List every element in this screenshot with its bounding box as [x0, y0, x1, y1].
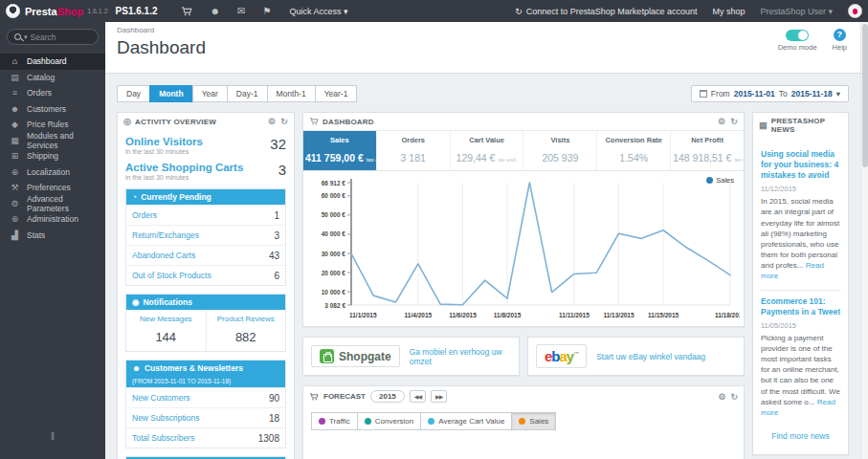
notifications-section: ◉Notifications New Messages144 Product R…	[125, 294, 286, 352]
find-more-news-link[interactable]: Find more news	[761, 426, 840, 450]
sales-dot-icon	[519, 418, 525, 425]
sidebar-item-advanced-parameters[interactable]: ⚙Advanced Parameters	[0, 196, 105, 212]
date-range-picker[interactable]: From 2015-11-01 To 2015-11-18 ▾	[691, 85, 849, 102]
new-customers-row[interactable]: New Customers90	[126, 387, 285, 407]
sidebar-collapse-button[interactable]: ‖	[0, 431, 105, 442]
quick-access-menu[interactable]: Quick Access ▾	[289, 7, 347, 16]
ebay-logo: ebay™	[536, 344, 587, 368]
kpi-orders-tab[interactable]: Orders3 181	[376, 131, 450, 170]
svg-text:11/11/2015: 11/11/2015	[559, 312, 590, 318]
gear-icon[interactable]: ⚙	[718, 392, 725, 402]
active-carts-metric[interactable]: Active Shopping Carts in the last 30 min…	[125, 162, 286, 181]
article-date: 11/12/2015	[761, 185, 840, 193]
pending-icon: ◔	[132, 192, 137, 202]
customers-icon[interactable]: ☻	[210, 6, 220, 16]
article-body: Picking a payment provider is one of the…	[761, 333, 840, 419]
shop-name[interactable]: PS1.6.1.2	[116, 6, 158, 16]
kpi-sales-tab[interactable]: Sales411 759,00 € tax excl.	[303, 131, 376, 170]
range-day-button[interactable]: Day	[117, 85, 150, 102]
shopgate-brand: Shopgate	[339, 350, 391, 363]
news-article: Ecommerce 101: Payments in a Tweet 11/05…	[761, 290, 840, 426]
administration-icon: ⊛	[10, 214, 20, 224]
advanced-parameters-icon: ⚙	[10, 199, 20, 208]
pending-orders-row[interactable]: Orders1	[126, 205, 285, 225]
sidebar-item-orders[interactable]: ≡Orders	[0, 85, 105, 101]
forecast-prev-button[interactable]: ◀◀	[410, 390, 426, 403]
svg-text:40 000 €: 40 000 €	[322, 230, 346, 237]
brand-shop: Shop	[57, 6, 84, 17]
range-month-1-button[interactable]: Month-1	[267, 85, 316, 102]
forecast-panel: FORECAST 2015 ◀◀ ▶▶ ⚙↻ Traffic Conversio…	[302, 385, 745, 459]
sidebar-search[interactable]: ▾	[7, 29, 99, 45]
stats-icon: ▟	[10, 230, 20, 240]
range-year-button[interactable]: Year	[192, 85, 228, 102]
svg-text:50 000 €: 50 000 €	[322, 211, 346, 218]
sidebar-item-administration[interactable]: ⊛Administration	[0, 211, 105, 228]
panel-title: ACTIVITY OVERVIEW	[135, 118, 216, 126]
range-day-1-button[interactable]: Day-1	[227, 85, 268, 102]
online-visitors-metric[interactable]: Online Visitors in the last 30 minutes 3…	[125, 136, 286, 155]
pending-returns-row[interactable]: Return/Exchanges3	[126, 225, 285, 245]
new-subscriptions-row[interactable]: New Subscriptions18	[126, 407, 285, 427]
marketplace-link[interactable]: ↻Connect to PrestaShop Marketplace accou…	[515, 7, 697, 16]
sidebar-item-localization[interactable]: ⊕Localization	[0, 164, 105, 181]
abandoned-carts-row[interactable]: Abandoned Carts43	[126, 245, 285, 265]
kpi-net-profit-tab[interactable]: Net Profit148 918,51 € tax excl.	[670, 131, 744, 170]
price-rules-icon: ◆	[10, 120, 20, 129]
messages-icon[interactable]: ✉	[237, 6, 245, 16]
notifications-icon: ◉	[132, 297, 139, 307]
kpi-visits-tab[interactable]: Visits205 939	[523, 131, 596, 170]
sidebar-item-modules[interactable]: ▦Modules and Services	[0, 133, 105, 149]
toggle-knob	[798, 31, 808, 40]
refresh-icon[interactable]: ↻	[730, 117, 738, 126]
demo-mode-toggle[interactable]	[786, 30, 809, 41]
user-menu[interactable]: PrestaShop User ▾	[760, 7, 833, 16]
prestashop-logo[interactable]	[6, 4, 20, 18]
help-icon[interactable]: ?	[834, 29, 846, 41]
gear-icon[interactable]: ⚙	[718, 117, 725, 126]
forecast-traffic-button[interactable]: Traffic	[311, 412, 358, 430]
my-shop-link[interactable]: My shop	[712, 7, 745, 16]
sidebar-item-shipping[interactable]: ⊞Shipping	[0, 148, 105, 164]
section-subtitle: (FROM 2015-11-01 TO 2015-11-18)	[132, 378, 279, 384]
vertical-scrollbar[interactable]	[860, 22, 868, 459]
product-reviews-cell[interactable]: Product Reviews882	[206, 310, 286, 351]
shopgate-link[interactable]: Ga mobiel en verhoog uw omzet	[410, 347, 511, 366]
forecast-sales-button[interactable]: Sales	[511, 412, 556, 430]
range-year-1-button[interactable]: Year-1	[315, 85, 358, 102]
forecast-next-button[interactable]: ▶▶	[431, 390, 447, 403]
customers-icon: ☻	[132, 363, 141, 373]
forecast-avg-cart-button[interactable]: Average Cart Value	[420, 412, 512, 430]
brand-name[interactable]: PrestaShop	[25, 6, 83, 17]
shopgate-bag-icon	[320, 349, 334, 363]
out-of-stock-row[interactable]: Out of Stock Products6	[126, 265, 285, 285]
user-avatar[interactable]	[848, 4, 862, 18]
avg-cart-dot-icon	[428, 418, 434, 425]
cart-icon[interactable]	[181, 6, 192, 17]
forecast-year-selector[interactable]: 2015	[370, 390, 405, 403]
new-messages-cell[interactable]: New Messages144	[126, 310, 206, 351]
sidebar: ▾ ⌂Dashboard ▤Catalog ≡Orders ☻Customers…	[0, 22, 105, 459]
refresh-icon[interactable]: ↻	[280, 117, 288, 126]
sidebar-item-stats[interactable]: ▟Stats	[0, 228, 105, 244]
article-title[interactable]: Ecommerce 101: Payments in a Tweet	[761, 296, 840, 317]
search-caret-icon: ▾	[24, 33, 28, 41]
kpi-conversion-rate-tab[interactable]: Conversion Rate1.54%	[596, 131, 670, 170]
sidebar-item-dashboard[interactable]: ⌂Dashboard	[0, 54, 105, 70]
marketplace-icon: ↻	[515, 7, 523, 16]
refresh-icon[interactable]: ↻	[730, 392, 738, 402]
breadcrumb[interactable]: Dashboard	[117, 26, 849, 34]
forecast-conversion-button[interactable]: Conversion	[357, 412, 421, 430]
sidebar-item-catalog[interactable]: ▤Catalog	[0, 70, 105, 86]
search-icon	[14, 33, 21, 40]
search-input[interactable]	[31, 33, 88, 42]
range-month-button[interactable]: Month	[149, 85, 193, 102]
shop-pin-icon[interactable]: ⚑	[262, 6, 271, 16]
gear-icon[interactable]: ⚙	[268, 117, 276, 126]
article-title[interactable]: Using social media for your business: 4 …	[761, 149, 840, 181]
sidebar-item-customers[interactable]: ☻Customers	[0, 101, 105, 118]
total-subscribers-row[interactable]: Total Subscribers1308	[126, 427, 285, 448]
ebay-link[interactable]: Start uw eBay winkel vandaag	[596, 352, 705, 361]
kpi-cart-value-tab[interactable]: Cart Value129,44 € tax excl.	[450, 131, 523, 170]
scrollbar-thumb[interactable]	[862, 24, 868, 167]
